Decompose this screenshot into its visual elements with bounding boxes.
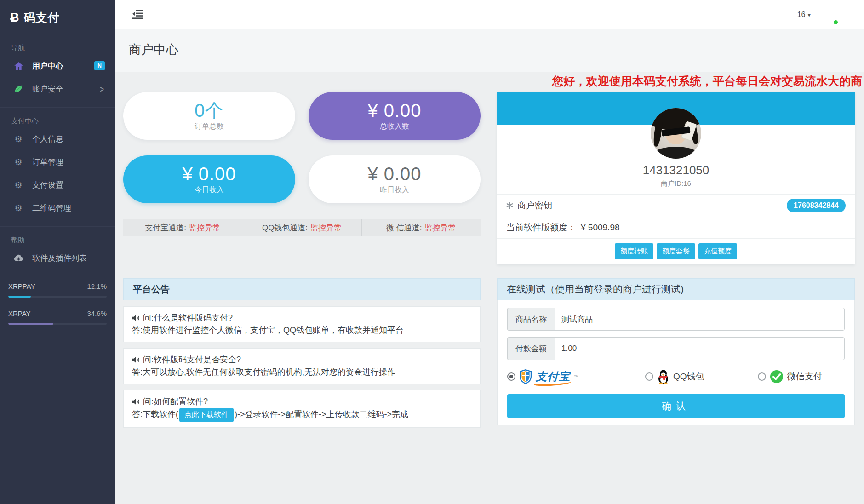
- main-content: 您好，欢迎使用本码支付系统，平台每日会对交易流水大的商 0个 订单总数 ¥ 0.…: [115, 72, 864, 504]
- quota-actions: 额度转账 额度套餐 充值额度: [497, 238, 855, 264]
- sidebar-item-payment-settings[interactable]: ⚙ 支付设置: [0, 173, 115, 196]
- cloud-download-icon: [13, 253, 24, 263]
- sidebar-item-user-center[interactable]: 用户中心 N: [0, 54, 115, 77]
- product-name-input[interactable]: [555, 308, 845, 331]
- page-title: 商户中心: [129, 41, 178, 58]
- sidebar-item-personal-info[interactable]: ⚙ 个人信息: [0, 127, 115, 150]
- online-status-dot: [833, 19, 839, 25]
- brand-name: 码支付: [24, 10, 60, 25]
- sidebar-item-qrcode-management[interactable]: ⚙ 二维码管理: [0, 196, 115, 219]
- user-id: 16: [797, 11, 806, 19]
- merchant-dashboard: Ƀ 码支付 导航 用户中心 N 账户安全 > 支付中心 ⚙ 个人信息 ⚙ 订单管…: [0, 0, 864, 504]
- gear-icon: ⚙: [13, 134, 24, 143]
- topbar-avatar[interactable]: [817, 4, 839, 26]
- quota-value: ¥ 5009.98: [581, 223, 620, 233]
- card-label: 今日收入: [195, 185, 224, 195]
- wechat-pay-label: 微信支付: [787, 371, 822, 383]
- stat-value: 12.1%: [87, 282, 107, 290]
- payment-amount-label: 付款金额: [507, 337, 555, 360]
- channel-label: 支付宝通道:: [145, 223, 186, 233]
- topbar: 16 ▾: [115, 0, 864, 29]
- channel-status-bar: 支付宝通道: 监控异常 QQ钱包通道: 监控异常 微 信通道: 监控异常: [123, 219, 481, 236]
- channel-status: 监控异常: [425, 223, 456, 233]
- user-menu[interactable]: 16 ▾: [797, 11, 811, 19]
- channel-status: 监控异常: [310, 223, 342, 233]
- asterisk-icon: [506, 202, 513, 209]
- sidebar-toggle-icon[interactable]: [132, 10, 143, 19]
- answer-prefix: 答:下载软件(: [132, 410, 178, 419]
- alipay-radio[interactable]: [507, 372, 515, 381]
- sidebar-item-label: 用户中心: [32, 61, 63, 71]
- card-total-income: ¥ 0.00 总收入数: [309, 92, 481, 140]
- gear-icon: ⚙: [13, 203, 24, 212]
- channel-label: 微 信通道:: [386, 223, 422, 233]
- answer-suffix: )->登录软件->配置软件->上传收款二维码->完成: [235, 410, 408, 419]
- announcement-item: 问:什么是软件版码支付? 答:使用软件进行监控个人微信，支付宝，QQ钱包账单，有…: [123, 306, 481, 342]
- gear-icon: ⚙: [13, 180, 24, 189]
- announcement-item: 问:如何配置软件? 答:下载软件(点此下载软件)->登录软件->配置软件->上传…: [123, 390, 481, 428]
- sidebar-section-help: 帮助: [0, 227, 115, 246]
- quota-recharge-button[interactable]: 充值额度: [698, 243, 737, 259]
- quota-transfer-button[interactable]: 额度转账: [615, 243, 653, 259]
- sidebar-item-order-management[interactable]: ⚙ 订单管理: [0, 150, 115, 173]
- payment-method-options: 支付宝 ™ QQ钱包 微信支付: [507, 367, 845, 387]
- payment-amount-input[interactable]: [555, 337, 845, 360]
- question-text: 问:什么是软件版码支付?: [143, 312, 233, 324]
- sidebar-item-label: 账户安全: [32, 84, 63, 94]
- announcement-marquee: 您好，欢迎使用本码支付系统，平台每日会对交易流水大的商: [115, 74, 864, 90]
- question-text: 问:如何配置软件?: [143, 395, 208, 408]
- sidebar-item-label: 订单管理: [32, 157, 63, 167]
- merchant-key-row: 商户密钥 17608342844: [497, 194, 855, 217]
- method-qq-wallet[interactable]: QQ钱包: [645, 369, 758, 384]
- download-software-button[interactable]: 点此下载软件: [179, 408, 234, 422]
- wechat-pay-icon: [770, 370, 784, 384]
- qq-wallet-radio[interactable]: [645, 372, 653, 381]
- channel-wechat: 微 信通道: 监控异常: [361, 219, 481, 236]
- card-yesterday-income: ¥ 0.00 昨日收入: [309, 155, 481, 203]
- answer-text: 答:使用软件进行监控个人微信，支付宝，QQ钱包账单，有收款并通知平台: [132, 324, 472, 337]
- stat-cards: 0个 订单总数 ¥ 0.00 总收入数 ¥ 0.00 今日收入 ¥ 0.00 昨…: [123, 92, 481, 203]
- channel-qq-wallet: QQ钱包通道: 监控异常: [242, 219, 361, 236]
- platform-announcements-panel: 平台公告 问:什么是软件版码支付? 答:使用软件进行监控个人微信，支付宝，QQ钱…: [123, 278, 481, 428]
- sidebar-item-label: 个人信息: [32, 134, 63, 144]
- question-text: 问:软件版码支付是否安全?: [143, 354, 241, 366]
- chevron-right-icon: >: [100, 83, 104, 94]
- sidebar-item-software-plugins[interactable]: 软件及插件列表: [0, 246, 115, 269]
- channel-alipay: 支付宝通道: 监控异常: [123, 219, 242, 236]
- sidebar-item-account-security[interactable]: 账户安全 >: [0, 77, 115, 100]
- announcement-item: 问:软件版码支付是否安全? 答:大可以放心,软件无任何获取支付密码的机构,无法对…: [123, 348, 481, 384]
- home-icon: [13, 61, 24, 70]
- software-quota-row: 当前软件版额度： ¥ 5009.98: [497, 217, 855, 238]
- online-test-header: 在线测试（使用当前登录的商户进行测试): [497, 278, 855, 300]
- merchant-avatar[interactable]: [651, 108, 701, 159]
- sidebar-item-label: 二维码管理: [32, 203, 71, 213]
- brand-logo[interactable]: Ƀ 码支付: [0, 0, 115, 34]
- card-value: ¥ 0.00: [367, 164, 421, 183]
- online-test-panel: 在线测试（使用当前登录的商户进行测试) 商品名称 付款金额: [497, 278, 855, 425]
- product-name-group: 商品名称: [507, 308, 845, 331]
- card-value: 0个: [195, 101, 224, 120]
- announcements-header: 平台公告: [123, 278, 481, 300]
- caret-down-icon: ▾: [807, 11, 811, 18]
- progress-track: [8, 323, 107, 325]
- bitcoin-icon: Ƀ: [10, 11, 19, 25]
- wechat-pay-radio[interactable]: [758, 372, 766, 381]
- progress-track: [8, 296, 107, 298]
- announcements-title: 平台公告: [133, 283, 170, 296]
- merchant-key-badge[interactable]: 17608342844: [787, 199, 846, 212]
- progress-fill: [8, 296, 31, 298]
- qq-wallet-label: QQ钱包: [673, 371, 704, 383]
- speaker-icon: [132, 356, 139, 363]
- answer-text: 答:大可以放心,软件无任何获取支付密码的机构,无法对您的资金进行操作: [132, 366, 472, 378]
- confirm-button[interactable]: 确认: [507, 394, 845, 418]
- method-wechat-pay[interactable]: 微信支付: [758, 370, 822, 384]
- quota-package-button[interactable]: 额度套餐: [657, 243, 695, 259]
- sidebar: Ƀ 码支付 导航 用户中心 N 账户安全 > 支付中心 ⚙ 个人信息 ⚙ 订单管…: [0, 0, 115, 504]
- speaker-icon: [132, 398, 139, 405]
- online-test-form: 商品名称 付款金额 支付宝 ™: [497, 300, 855, 425]
- method-alipay[interactable]: 支付宝 ™: [507, 369, 645, 384]
- merchant-key-label: 商户密钥: [517, 200, 552, 212]
- card-label: 昨日收入: [380, 185, 409, 195]
- merchant-profile-card: 1431321050 商户ID:16 商户密钥 17608342844 当前软件…: [497, 92, 855, 264]
- left-column: 0个 订单总数 ¥ 0.00 总收入数 ¥ 0.00 今日收入 ¥ 0.00 昨…: [123, 92, 481, 428]
